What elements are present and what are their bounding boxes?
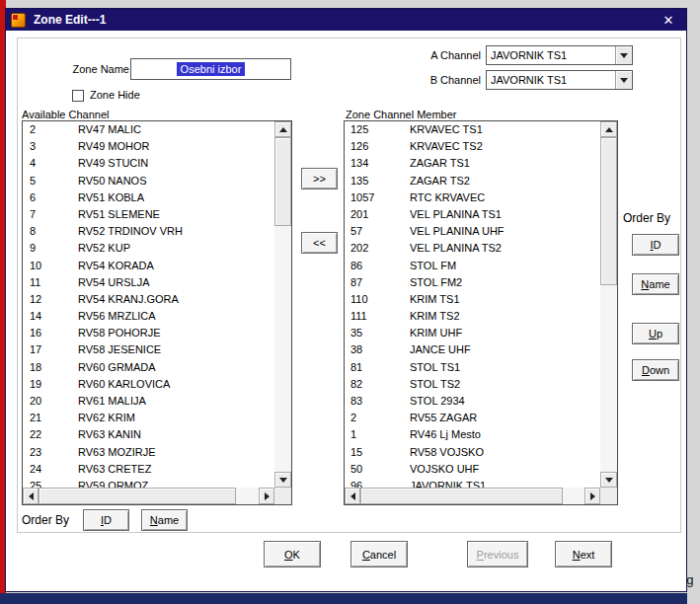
list-item[interactable]: 7RV51 SLEMENE <box>23 206 274 223</box>
scroll-right-button[interactable] <box>584 488 600 504</box>
scrollbar-thumb[interactable] <box>274 137 291 226</box>
list-item[interactable]: 1057RTC KRVAVEC <box>345 189 600 206</box>
scroll-up-button[interactable] <box>274 121 291 137</box>
list-item[interactable]: 50VOJSKO UHF <box>345 461 600 478</box>
b-channel-select[interactable]: JAVORNIK TS1 <box>486 70 633 90</box>
list-item[interactable]: 81STOL TS1 <box>345 359 600 376</box>
list-item-id: 11 <box>23 274 78 291</box>
list-item[interactable]: 202VEL PLANINA TS2 <box>345 240 600 257</box>
list-item[interactable]: 19RV60 KARLOVICA <box>23 376 274 393</box>
ok-button[interactable]: OK <box>264 541 321 567</box>
list-item[interactable]: 25RV59 ORMOZ <box>23 478 274 488</box>
list-item[interactable]: 4RV49 STUCIN <box>23 155 274 172</box>
list-item-id: 96 <box>345 478 410 488</box>
list-item[interactable]: 2RV47 MALIC <box>23 121 274 138</box>
list-item[interactable]: 201VEL PLANINA TS1 <box>345 206 600 223</box>
move-up-button[interactable]: Up <box>632 323 679 344</box>
list-item-name: RV47 MALIC <box>78 121 274 138</box>
scroll-left-button[interactable] <box>23 488 39 504</box>
order-by-name-bottom-button[interactable]: Name <box>141 509 188 531</box>
a-channel-dropdown-button[interactable] <box>615 46 632 64</box>
list-item[interactable]: 10RV54 KORADA <box>23 258 274 274</box>
list-item-name: RV52 TRDINOV VRH <box>78 223 274 240</box>
list-item-name: RV58 POHORJE <box>78 325 274 341</box>
list-item-id: 111 <box>345 308 410 325</box>
list-item[interactable]: 35KRIM UHF <box>345 325 600 341</box>
list-item[interactable]: 17RV58 JESENICE <box>23 341 274 358</box>
right-arrow-icon <box>590 492 595 500</box>
list-item-name: RV59 ORMOZ <box>78 478 274 488</box>
remove-channel-button[interactable]: << <box>301 232 338 254</box>
list-item[interactable]: 15RV58 VOJSKO <box>345 444 600 461</box>
list-item[interactable]: 22RV63 KANIN <box>23 426 274 443</box>
order-by-name-button[interactable]: Name <box>632 273 679 295</box>
close-button[interactable]: ✕ <box>660 11 677 29</box>
scroll-down-button[interactable] <box>274 472 291 488</box>
list-item[interactable]: 18RV60 GRMADA <box>23 359 274 376</box>
scroll-up-button[interactable] <box>600 121 617 137</box>
zone-hide-checkbox[interactable] <box>72 90 84 102</box>
list-item-name: RV58 VOJSKO <box>410 444 600 461</box>
scrollbar-thumb[interactable] <box>360 488 563 504</box>
list-item[interactable]: 86STOL FM <box>345 258 600 274</box>
list-item[interactable]: 38JANCE UHF <box>345 341 600 358</box>
horizontal-scrollbar[interactable] <box>23 488 274 504</box>
list-item[interactable]: 110KRIM TS1 <box>345 291 600 308</box>
zone-name-input[interactable]: Osebni izbor <box>130 58 291 80</box>
list-item-id: 6 <box>23 189 78 206</box>
list-item-id: 12 <box>23 291 78 308</box>
scrollbar-thumb[interactable] <box>600 137 617 285</box>
list-item[interactable]: 82STOL TS2 <box>345 376 600 393</box>
list-item-id: 83 <box>345 393 410 410</box>
list-item[interactable]: 20RV61 MALIJA <box>23 393 274 410</box>
zone-member-list: 125KRVAVEC TS1126KRVAVEC TS2134ZAGAR TS1… <box>344 120 618 505</box>
move-down-button[interactable]: Down <box>632 359 679 381</box>
order-by-id-bottom-button[interactable]: ID <box>83 509 129 531</box>
list-item[interactable]: 11RV54 URSLJA <box>23 274 274 291</box>
list-item[interactable]: 14RV56 MRZLICA <box>23 308 274 325</box>
list-item[interactable]: 96JAVORNIK TS1 <box>345 478 600 488</box>
a-channel-label: A Channel <box>400 49 481 61</box>
list-item[interactable]: 135ZAGAR TS2 <box>345 173 600 189</box>
list-item[interactable]: 83STOL 2934 <box>345 393 600 410</box>
available-channel-rows: 2RV47 MALIC3RV49 MOHOR4RV49 STUCIN5RV50 … <box>23 121 274 488</box>
horizontal-scrollbar[interactable] <box>345 488 600 504</box>
list-item[interactable]: 111KRIM TS2 <box>345 308 600 325</box>
add-channel-button[interactable]: >> <box>301 168 338 189</box>
scroll-right-button[interactable] <box>259 488 274 504</box>
list-item-id: 10 <box>23 258 78 274</box>
list-item[interactable]: 9RV52 KUP <box>23 240 274 257</box>
list-item[interactable]: 16RV58 POHORJE <box>23 325 274 341</box>
vertical-scrollbar[interactable] <box>600 121 617 488</box>
scroll-down-button[interactable] <box>600 472 617 488</box>
list-item[interactable]: 126KRVAVEC TS2 <box>345 138 600 155</box>
list-item[interactable]: 125KRVAVEC TS1 <box>345 121 600 138</box>
list-item[interactable]: 8RV52 TRDINOV VRH <box>23 223 274 240</box>
list-item-name: KRIM TS2 <box>410 308 600 325</box>
b-channel-dropdown-button[interactable] <box>615 71 632 89</box>
previous-button[interactable]: Previous <box>467 541 528 567</box>
list-item[interactable]: 6RV51 KOBLA <box>23 189 274 206</box>
list-item[interactable]: 2RV55 ZAGAR <box>345 410 600 426</box>
list-item[interactable]: 1RV46 Lj Mesto <box>345 426 600 443</box>
scroll-left-button[interactable] <box>345 488 360 504</box>
app-icon <box>11 13 26 28</box>
list-item[interactable]: 5RV50 NANOS <box>23 173 274 189</box>
a-channel-select[interactable]: JAVORNIK TS1 <box>486 45 633 65</box>
cancel-button[interactable]: Cancel <box>350 541 408 567</box>
list-item[interactable]: 57VEL PLANINA UHF <box>345 223 600 240</box>
scrollbar-corner <box>600 488 617 504</box>
next-button[interactable]: Next <box>555 541 612 567</box>
title-bar: Zone Edit---1 ✕ <box>6 9 686 31</box>
list-item[interactable]: 87STOL FM2 <box>345 274 600 291</box>
scrollbar-thumb[interactable] <box>39 488 236 504</box>
vertical-scrollbar[interactable] <box>274 121 291 488</box>
list-item[interactable]: 23RV63 MOZIRJE <box>23 444 274 461</box>
order-by-id-button[interactable]: ID <box>632 234 679 256</box>
list-item[interactable]: 21RV62 KRIM <box>23 410 274 426</box>
list-item[interactable]: 12RV54 KRANJ.GORA <box>23 291 274 308</box>
list-item[interactable]: 24RV63 CRETEZ <box>23 461 274 478</box>
list-item[interactable]: 134ZAGAR TS1 <box>345 155 600 172</box>
list-item[interactable]: 3RV49 MOHOR <box>23 138 274 155</box>
list-item-name: JAVORNIK TS1 <box>410 478 600 488</box>
